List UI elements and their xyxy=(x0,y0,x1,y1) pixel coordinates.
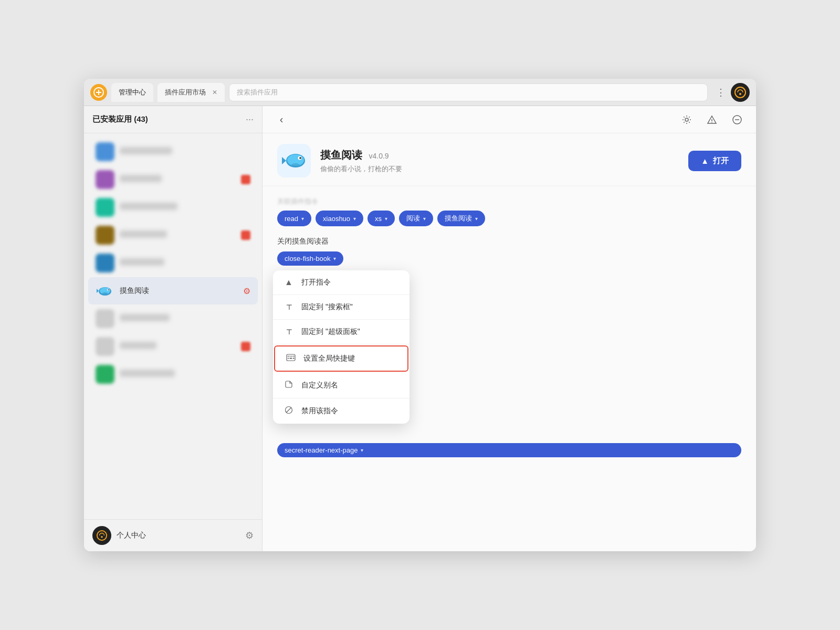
cmd-close-row: close-fish-book ▾ xyxy=(277,251,741,266)
app-icon-green xyxy=(96,365,114,384)
dropdown-item-pin-search[interactable]: ⊤ 固定到 "搜索框" xyxy=(273,295,410,320)
dropdown-item-open[interactable]: ▲ 打开指令 xyxy=(273,270,410,295)
list-item[interactable] xyxy=(88,361,258,388)
tag-read[interactable]: read ▾ xyxy=(277,211,311,226)
app-icon-circle[interactable] xyxy=(731,83,750,102)
pin-search-icon: ⊤ xyxy=(284,303,294,311)
open-cmd-icon: ▲ xyxy=(284,278,294,287)
svg-rect-26 xyxy=(290,358,292,359)
plugin-name: 摸鱼阅读 v4.0.9 xyxy=(320,148,679,162)
app-icon-darkblue xyxy=(96,254,114,272)
open-plugin-button[interactable]: ▲ 打开 xyxy=(688,151,741,171)
chevron-icon: ▾ xyxy=(353,216,356,222)
close-tab-icon[interactable]: ✕ xyxy=(212,89,217,96)
svg-point-12 xyxy=(711,122,712,123)
search-input[interactable]: 搜索插件应用 xyxy=(229,83,708,101)
sidebar-menu-dots[interactable]: ··· xyxy=(246,114,254,125)
list-item[interactable] xyxy=(88,166,258,193)
sidebar-title: 已安装应用 (43) xyxy=(92,114,242,124)
chevron-icon: ▾ xyxy=(385,216,387,222)
svg-rect-20 xyxy=(287,354,295,361)
minus-icon-btn[interactable] xyxy=(729,111,746,128)
content-toolbar: ‹ xyxy=(262,106,756,133)
footer-title: 个人中心 xyxy=(117,531,240,540)
dropdown-item-shortcut[interactable]: 设置全局快捷键 xyxy=(274,345,408,372)
item-name-blur xyxy=(120,203,177,210)
sidebar: 已安装应用 (43) ··· xyxy=(84,106,262,551)
moyu-gear-icon[interactable]: ⚙ xyxy=(243,286,250,296)
list-item[interactable] xyxy=(88,194,258,221)
list-item[interactable] xyxy=(88,249,258,277)
sidebar-list: 摸鱼阅读 ⚙ xyxy=(84,133,262,519)
app-icon-blue xyxy=(96,142,114,161)
keyboard-icon xyxy=(286,354,296,363)
plugin-icon xyxy=(277,144,311,177)
svg-rect-27 xyxy=(293,358,295,359)
tag-yuedu[interactable]: 阅读 ▾ xyxy=(399,211,433,226)
tab-admin-center[interactable]: 管理中心 xyxy=(111,83,153,102)
plugin-version: v4.0.9 xyxy=(369,152,388,160)
dropdown-menu: ▲ 打开指令 ⊤ 固定到 "搜索框" ⊤ 固定到 "超级面板" xyxy=(273,270,410,424)
item-name-blur xyxy=(120,342,156,349)
tag-xiaoshuo[interactable]: xiaoshuo ▾ xyxy=(316,211,363,226)
svg-point-2 xyxy=(739,93,741,95)
svg-point-9 xyxy=(101,536,103,538)
warning-icon-btn[interactable] xyxy=(704,111,720,128)
section-label-blur: 关联插件指令 xyxy=(277,197,741,206)
tag-close-fish-book[interactable]: close-fish-book ▾ xyxy=(277,251,343,266)
list-item[interactable] xyxy=(88,305,258,332)
item-badge xyxy=(241,175,250,184)
cmd-next-row: secret-reader-next-page ▾ xyxy=(277,443,741,457)
tag-xs[interactable]: xs ▾ xyxy=(368,211,395,226)
chevron-icon: ▾ xyxy=(475,216,478,222)
menu-dots-button[interactable]: ⋮ xyxy=(716,87,726,98)
disable-icon xyxy=(284,406,294,416)
footer-gear-icon[interactable]: ⚙ xyxy=(245,530,254,541)
sidebar-item-moyu[interactable]: 摸鱼阅读 ⚙ xyxy=(88,277,258,304)
tag-moyu[interactable]: 摸鱼阅读 ▾ xyxy=(437,211,485,226)
plugin-header: 摸鱼阅读 v4.0.9 偷偷的看小说，打枪的不要 ▲ 打开 xyxy=(262,133,756,186)
svg-rect-21 xyxy=(288,356,289,357)
settings-icon-btn[interactable] xyxy=(678,111,695,128)
list-item[interactable] xyxy=(88,138,258,165)
item-name-blur xyxy=(120,230,167,238)
tab-plugin-market[interactable]: 插件应用市场 ✕ xyxy=(158,83,225,102)
cmd-close-title: 关闭摸鱼阅读器 xyxy=(277,237,741,246)
svg-point-19 xyxy=(291,163,300,166)
svg-rect-22 xyxy=(290,356,291,357)
plugin-info: 摸鱼阅读 v4.0.9 偷偷的看小说，打枪的不要 xyxy=(320,148,679,174)
svg-point-6 xyxy=(108,289,109,290)
dropdown-item-pin-panel[interactable]: ⊤ 固定到 "超级面板" xyxy=(273,320,410,344)
svg-rect-23 xyxy=(291,356,292,357)
svg-rect-25 xyxy=(288,358,289,359)
item-badge xyxy=(241,230,250,240)
dropdown-item-disable[interactable]: 禁用该指令 xyxy=(273,398,410,424)
app-icon-purple xyxy=(96,170,114,189)
dropdown-item-alias[interactable]: 自定义别名 xyxy=(273,373,410,398)
svg-point-10 xyxy=(685,118,688,121)
open-icon: ▲ xyxy=(701,156,709,165)
item-name-blur xyxy=(120,175,162,182)
item-name-blur xyxy=(120,147,172,154)
content-area: ‹ xyxy=(262,106,756,551)
item-badge2 xyxy=(241,342,250,351)
alias-icon xyxy=(284,380,294,391)
moyu-icon xyxy=(96,281,114,300)
svg-point-1 xyxy=(735,87,746,98)
moyu-name: 摸鱼阅读 xyxy=(120,286,238,296)
content-scroll: 关联插件指令 read ▾ xiaoshuo ▾ xs ▾ xyxy=(262,186,756,551)
svg-point-8 xyxy=(97,531,107,540)
main-layout: 已安装应用 (43) ··· xyxy=(84,106,756,551)
tags-row: read ▾ xiaoshuo ▾ xs ▾ 阅读 ▾ xyxy=(277,211,741,226)
list-item[interactable] xyxy=(88,222,258,249)
app-icon-gray xyxy=(96,309,114,328)
app-icon-brown xyxy=(96,226,114,245)
back-button[interactable]: ‹ xyxy=(273,111,290,128)
item-name-blur xyxy=(120,370,175,377)
list-item[interactable] xyxy=(88,333,258,360)
app-logo xyxy=(90,84,107,101)
app-icon-teal xyxy=(96,198,114,217)
svg-point-7 xyxy=(102,292,108,295)
item-name-blur xyxy=(120,258,164,266)
tag-next-page[interactable]: secret-reader-next-page ▾ xyxy=(277,443,741,457)
